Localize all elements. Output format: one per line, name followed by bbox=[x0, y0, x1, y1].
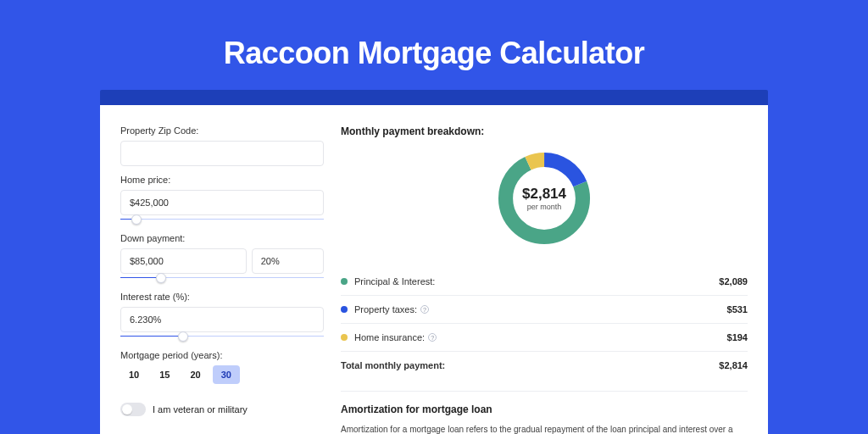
legend-row: Property taxes:?$531 bbox=[341, 295, 748, 323]
legend-label: Home insurance:? bbox=[354, 332, 727, 342]
donut-chart: $2,814 per month bbox=[493, 147, 595, 249]
amortization-heading: Amortization for mortgage loan bbox=[341, 403, 748, 415]
home-price-input[interactable] bbox=[120, 190, 324, 215]
legend-total-row: Total monthly payment:$2,814 bbox=[341, 351, 748, 379]
total-value: $2,814 bbox=[719, 360, 748, 370]
legend: Principal & Interest:$2,089Property taxe… bbox=[341, 268, 748, 379]
legend-dot-yellow bbox=[341, 334, 348, 341]
inputs-column: Property Zip Code: Home price: Down paym… bbox=[120, 125, 324, 434]
zip-label: Property Zip Code: bbox=[120, 125, 324, 136]
legend-label: Property taxes:? bbox=[354, 304, 727, 314]
period-label: Mortgage period (years): bbox=[120, 350, 324, 360]
period-option-15[interactable]: 15 bbox=[151, 365, 178, 384]
info-icon[interactable]: ? bbox=[428, 333, 437, 342]
slider-fill bbox=[120, 336, 183, 337]
calculator-panel: Property Zip Code: Home price: Down paym… bbox=[100, 105, 768, 434]
period-option-30[interactable]: 30 bbox=[213, 365, 240, 384]
slider-thumb[interactable] bbox=[131, 214, 142, 225]
amortization-section: Amortization for mortgage loan Amortizat… bbox=[341, 391, 748, 434]
home-price-label: Home price: bbox=[120, 175, 324, 185]
period-option-20[interactable]: 20 bbox=[182, 365, 209, 384]
breakdown-column: Monthly payment breakdown: $2,814 per mo… bbox=[341, 125, 748, 434]
page-title: Raccoon Mortgage Calculator bbox=[0, 36, 868, 71]
interest-rate-input[interactable] bbox=[120, 307, 324, 332]
legend-dot-blue bbox=[341, 306, 348, 313]
interest-rate-label: Interest rate (%): bbox=[120, 292, 324, 302]
veteran-label: I am veteran or military bbox=[153, 404, 248, 415]
slider-thumb[interactable] bbox=[178, 331, 188, 342]
down-payment-slider[interactable] bbox=[120, 273, 324, 283]
down-payment-input[interactable] bbox=[120, 248, 247, 274]
legend-value: $2,089 bbox=[719, 276, 748, 287]
period-option-10[interactable]: 10 bbox=[120, 365, 147, 384]
donut-amount: $2,814 bbox=[522, 186, 566, 203]
donut-chart-wrap: $2,814 per month bbox=[341, 142, 748, 254]
legend-row: Principal & Interest:$2,089 bbox=[341, 268, 748, 295]
slider-fill bbox=[120, 277, 161, 278]
down-payment-pct-input[interactable] bbox=[252, 248, 324, 274]
legend-label: Principal & Interest: bbox=[354, 276, 719, 287]
donut-sublabel: per month bbox=[527, 203, 562, 211]
calculator-card: Property Zip Code: Home price: Down paym… bbox=[100, 90, 768, 434]
total-label: Total monthly payment: bbox=[341, 360, 719, 370]
breakdown-heading: Monthly payment breakdown: bbox=[341, 125, 748, 137]
zip-input[interactable] bbox=[120, 141, 324, 166]
slider-track bbox=[120, 219, 324, 220]
legend-row: Home insurance:?$194 bbox=[341, 323, 748, 351]
amortization-body: Amortization for a mortgage loan refers … bbox=[341, 424, 748, 434]
legend-value: $194 bbox=[727, 332, 748, 342]
toggle-knob bbox=[122, 404, 132, 415]
veteran-toggle[interactable] bbox=[120, 403, 146, 416]
down-payment-label: Down payment: bbox=[120, 233, 324, 243]
slider-thumb[interactable] bbox=[156, 273, 166, 283]
donut-center: $2,814 per month bbox=[493, 147, 595, 249]
veteran-row: I am veteran or military bbox=[120, 403, 324, 416]
legend-dot-green bbox=[341, 278, 348, 285]
interest-rate-slider[interactable] bbox=[120, 331, 324, 342]
legend-value: $531 bbox=[727, 304, 748, 314]
period-options: 10152030 bbox=[120, 365, 324, 384]
home-price-slider[interactable] bbox=[120, 214, 324, 225]
info-icon[interactable]: ? bbox=[420, 305, 429, 314]
